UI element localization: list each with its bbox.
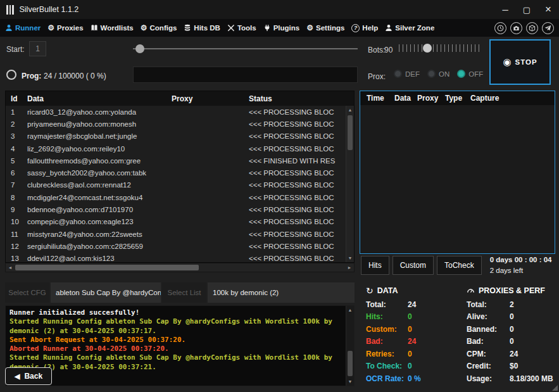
stop-icon: ◉ xyxy=(503,56,511,68)
scroll-up-icon[interactable]: ▲ xyxy=(346,306,354,314)
cell-data: sassy_byotch2002@yahoo.com:tabk xyxy=(27,169,172,177)
table-row[interactable]: 3 raymajester@sbcglobal.net:jungle <<< P… xyxy=(6,130,346,142)
config-bar: Select CFG ableton Sub Cap By @hardyCon … xyxy=(5,282,355,303)
nav-item-runner[interactable]: Runner xyxy=(5,24,41,32)
nav-item-hits-db[interactable]: Hits DB xyxy=(184,24,220,32)
stat-value: 0 xyxy=(408,362,412,370)
proxy-mode-radio[interactable]: ON xyxy=(427,70,449,78)
resize-grip[interactable] xyxy=(552,385,558,391)
cell-id: 7 xyxy=(6,181,27,189)
scroll-left-icon[interactable]: ◄ xyxy=(6,263,15,272)
box-icon[interactable] xyxy=(526,22,538,34)
scrollbar-thumb[interactable] xyxy=(15,265,199,270)
log-vertical-scrollbar[interactable]: ▲ ▼ xyxy=(346,306,354,386)
scroll-down-icon[interactable]: ▼ xyxy=(346,377,354,386)
nav-item-plugins[interactable]: Plugins xyxy=(263,24,300,32)
scrollbar-thumb[interactable] xyxy=(348,351,353,376)
table-row[interactable]: 6 sassy_byotch2002@yahoo.com:tabk <<< PR… xyxy=(6,167,346,179)
proxy-mode-radio[interactable]: DEF xyxy=(394,70,420,78)
runner-controls: Start: Bots: 90 ◉ STOP Prog: 24 / 100000… xyxy=(0,37,559,91)
minimize-button[interactable]: ─ xyxy=(494,0,516,19)
nav-item-settings[interactable]: ⚙ Settings xyxy=(306,24,344,32)
help-icon: ? xyxy=(351,24,360,32)
refresh-icon: ↻ xyxy=(366,286,374,296)
proxy-mode-radio[interactable]: OFF xyxy=(457,70,483,78)
stat-value: 0 xyxy=(408,312,412,321)
nav-item-silver-zone[interactable]: Silver Zone xyxy=(385,24,434,32)
gear-icon: ⚙ xyxy=(141,24,148,32)
select-config-button[interactable]: Select CFG xyxy=(5,282,49,303)
config-name-field[interactable]: ableton Sub Cap By @hardyCon xyxy=(51,282,161,303)
table-row[interactable]: 9 bdennoe@yahoo.com:d7101970 <<< PROCESS… xyxy=(6,203,346,215)
stat-label: Custom: xyxy=(366,325,408,334)
elapsed-time: 0 days 00 : 00 : 04 xyxy=(490,255,552,265)
database-icon xyxy=(184,24,191,32)
start-input[interactable] xyxy=(29,41,46,56)
proxy-mode-radios: DEF ON OFF xyxy=(394,70,483,78)
nav-item-wordlists[interactable]: Wordlists xyxy=(91,24,134,32)
hits-header: Time Data Proxy Type Capture xyxy=(360,91,555,105)
start-slider[interactable] xyxy=(133,44,358,54)
prox-label: Prox: xyxy=(368,72,386,81)
nav-item-configs[interactable]: ⚙ Configs xyxy=(141,24,177,32)
cell-data: raymajester@sbcglobal.net:jungle xyxy=(27,132,172,140)
table-row[interactable]: 12 sergiuhiliuta@yahoo.com:c2825659 <<< … xyxy=(6,240,346,252)
timer-block: 0 days 00 : 00 : 04 2 days left xyxy=(490,255,552,275)
grid-vertical-scrollbar[interactable]: ▲ ▼ xyxy=(346,106,354,262)
nav-item-help[interactable]: ? Help xyxy=(351,24,378,32)
table-row[interactable]: 13 ddevil122@aol.com:kis123 <<< PROCESSI… xyxy=(6,253,346,262)
nav-item-tools[interactable]: Tools xyxy=(227,24,256,32)
scroll-down-icon[interactable]: ▼ xyxy=(346,254,354,262)
cell-data: bdennoe@yahoo.com:d7101970 xyxy=(27,206,172,213)
camera-icon[interactable] xyxy=(510,22,522,34)
cell-data: liz_2692@yahoo.com:reiley10 xyxy=(27,145,172,153)
column-header-data: Data xyxy=(27,94,172,103)
bots-slider[interactable] xyxy=(399,41,481,55)
grid-horizontal-scrollbar[interactable]: ◄ ► xyxy=(5,263,355,272)
table-row[interactable]: 2 priyameenu@yahoo.com:monesh <<< PROCES… xyxy=(6,118,346,130)
bots-label: Bots: xyxy=(368,46,385,54)
cell-status: <<< PROCESSING BLOC xyxy=(249,231,346,238)
cell-id: 10 xyxy=(6,218,27,225)
stat-row: Hits: 0 xyxy=(366,311,461,324)
column-header-status: Status xyxy=(249,94,354,103)
proxies-stats: PROXIES & PERF Total: 2 Alive: 0 Bann xyxy=(467,282,555,385)
scrollbar-thumb[interactable] xyxy=(348,115,353,150)
maximize-button[interactable]: ▢ xyxy=(516,0,537,19)
scroll-up-icon[interactable]: ▲ xyxy=(346,106,354,114)
table-row[interactable]: 11 misstyran24@yahoo.com:22sweets <<< PR… xyxy=(6,228,346,240)
select-list-button[interactable]: Select List xyxy=(162,282,206,303)
stat-row: Alive: 0 xyxy=(467,311,555,324)
nav-item-proxies[interactable]: ⚙ Proxies xyxy=(47,24,83,32)
scroll-right-icon[interactable]: ► xyxy=(345,263,354,272)
telegram-icon[interactable] xyxy=(542,22,554,34)
stat-label: Retries: xyxy=(366,350,408,358)
table-row[interactable]: 8 mcdiggler24@comcast.net:ssgoku4 <<< PR… xyxy=(6,191,346,203)
table-row[interactable]: 4 liz_2692@yahoo.com:reiley10 <<< PROCES… xyxy=(6,142,346,155)
table-row[interactable]: 5 falloutthreemods@yahoo.com:gree <<< FI… xyxy=(6,155,346,167)
slider-track xyxy=(133,48,358,49)
slider-thumb[interactable] xyxy=(423,44,432,53)
back-label: Back xyxy=(24,372,42,381)
stop-button[interactable]: ◉ STOP xyxy=(489,39,551,85)
tab-button[interactable]: Hits xyxy=(361,256,389,275)
table-row[interactable]: 1 ricard03_12@yahoo.com:yolanda <<< PROC… xyxy=(6,106,346,118)
table-row[interactable]: 7 clubreckless@aol.com:rennat12 <<< PROC… xyxy=(6,179,346,191)
back-button[interactable]: ◀ Back xyxy=(5,367,52,385)
tab-buttons: Hits Custom ToCheck xyxy=(361,256,482,275)
stat-value: 24 xyxy=(408,300,416,309)
log-line: Aborted Runner at 30-04-2025 00:37:20. xyxy=(9,345,344,353)
stat-row: Total: 2 xyxy=(467,298,555,311)
nav-tray xyxy=(494,22,554,34)
slider-thumb[interactable] xyxy=(135,44,144,53)
stat-label: OCR Rate: xyxy=(366,374,408,383)
history-icon[interactable] xyxy=(494,22,506,34)
close-button[interactable]: × xyxy=(537,0,559,19)
stat-label: Bad: xyxy=(366,337,408,346)
tab-button[interactable]: ToCheck xyxy=(437,256,482,275)
table-row[interactable]: 10 compepic@yahoo.com:eagle123 <<< PROCE… xyxy=(6,216,346,228)
tab-button[interactable]: Custom xyxy=(393,256,434,275)
wordlist-name-field[interactable]: 100k by demonic (2) xyxy=(208,282,355,303)
plug-icon xyxy=(263,24,271,32)
column-header-data: Data xyxy=(394,94,417,103)
